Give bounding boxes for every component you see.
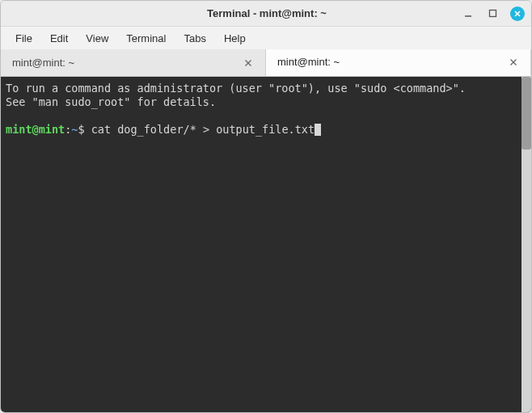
close-icon: [513, 10, 521, 18]
tabbar: mint@mint: ~ mint@mint: ~: [1, 49, 531, 77]
tab-1[interactable]: mint@mint: ~: [266, 49, 531, 76]
motd-line: See "man sudo_root" for details.: [6, 95, 216, 108]
tab-label: mint@mint: ~: [277, 56, 501, 68]
scrollbar-thumb[interactable]: [521, 77, 531, 150]
menu-tabs[interactable]: Tabs: [175, 30, 213, 47]
maximize-button[interactable]: [486, 7, 499, 20]
menu-help[interactable]: Help: [216, 30, 254, 47]
terminal-output[interactable]: To run a command as administrator (user …: [1, 77, 521, 412]
tab-close-button[interactable]: [243, 57, 254, 69]
menu-view[interactable]: View: [78, 30, 116, 47]
terminal-window: Terminal - mint@mint: ~ File Edit View T…: [0, 0, 532, 413]
command-text: cat dog_folder/* > output_file.txt: [91, 123, 315, 136]
window-title: Terminal - mint@mint: ~: [72, 7, 462, 19]
maximize-icon: [488, 9, 497, 18]
tab-close-button[interactable]: [508, 57, 519, 68]
close-icon: [244, 59, 252, 67]
close-icon: [509, 58, 517, 66]
svg-rect-1: [489, 11, 496, 17]
menu-edit[interactable]: Edit: [42, 30, 76, 47]
menu-terminal[interactable]: Terminal: [118, 30, 174, 47]
terminal-area: To run a command as administrator (user …: [1, 77, 531, 412]
window-controls: [462, 6, 525, 21]
menubar: File Edit View Terminal Tabs Help: [1, 27, 531, 49]
prompt-symbol: $: [78, 123, 84, 136]
text-cursor: [315, 124, 321, 136]
close-button[interactable]: [510, 6, 525, 21]
titlebar: Terminal - mint@mint: ~: [1, 1, 531, 27]
tab-0[interactable]: mint@mint: ~: [1, 49, 266, 76]
prompt-user-host: mint@mint: [6, 123, 65, 136]
minimize-icon: [463, 9, 473, 19]
menu-file[interactable]: File: [7, 30, 40, 47]
minimize-button[interactable]: [462, 7, 475, 20]
motd-line: To run a command as administrator (user …: [6, 82, 466, 95]
scrollbar[interactable]: [521, 77, 531, 412]
tab-label: mint@mint: ~: [12, 57, 236, 69]
